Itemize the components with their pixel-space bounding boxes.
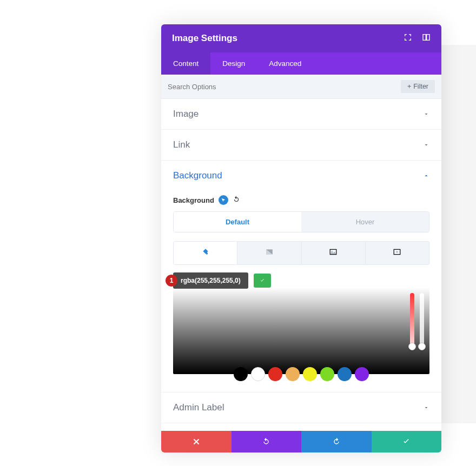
svg-rect-1	[427, 35, 429, 41]
expand-icon[interactable]	[404, 33, 412, 44]
alpha-slider-thumb[interactable]	[418, 343, 426, 350]
search-input[interactable]	[168, 83, 401, 91]
bg-type-gradient[interactable]	[237, 241, 301, 265]
svg-point-4	[332, 251, 333, 252]
cancel-button[interactable]	[161, 431, 232, 452]
modal-footer	[161, 431, 441, 452]
confirm-color-button[interactable]	[254, 274, 271, 288]
undo-icon	[262, 437, 270, 446]
section-admin-label-header[interactable]: Admin Label	[161, 392, 441, 423]
check-icon	[402, 437, 411, 446]
image-settings-modal: Image Settings Content Design Advanced +…	[161, 24, 441, 452]
save-button[interactable]	[372, 431, 442, 452]
tab-advanced[interactable]: Advanced	[257, 52, 313, 75]
modal-title: Image Settings	[172, 33, 404, 44]
hover-state-tabs: Default Hover	[173, 211, 429, 232]
paint-bucket-icon	[201, 248, 210, 256]
background-field-label-row: Background	[173, 195, 429, 205]
tab-design[interactable]: Design	[210, 52, 257, 75]
palette-swatch-orange[interactable]	[286, 367, 300, 381]
palette-swatch-yellow[interactable]	[303, 367, 317, 381]
palette-swatch-red[interactable]	[268, 367, 282, 381]
chevron-down-icon	[423, 111, 429, 117]
close-icon	[192, 437, 201, 446]
gradient-icon	[265, 248, 274, 256]
bg-type-video[interactable]	[366, 241, 429, 265]
section-admin-label: Admin Label	[161, 392, 441, 423]
section-link-header[interactable]: Link	[161, 130, 441, 160]
main-tabs: Content Design Advanced	[161, 52, 441, 75]
image-icon	[328, 248, 338, 256]
hue-slider[interactable]	[410, 293, 414, 347]
section-link: Link	[161, 130, 441, 161]
chevron-down-icon	[423, 142, 429, 148]
section-image-title: Image	[173, 109, 423, 119]
annotation-badge: 1	[166, 275, 177, 287]
background-field-label: Background	[173, 196, 214, 204]
palette-swatch-green[interactable]	[320, 367, 334, 381]
section-background-title: Background	[173, 170, 423, 181]
section-image-header[interactable]: Image	[161, 99, 441, 129]
chevron-up-icon	[423, 172, 429, 179]
color-value-input[interactable]: 1 rgba(255,255,255,0)	[173, 272, 248, 289]
bg-type-image[interactable]	[302, 241, 366, 265]
section-background: Background Background Default Hover	[161, 161, 441, 392]
color-saturation-area[interactable]	[173, 288, 429, 374]
redo-icon	[332, 437, 341, 446]
redo-button[interactable]	[301, 431, 372, 452]
snap-icon[interactable]	[422, 33, 431, 44]
palette-swatch-black[interactable]	[234, 367, 248, 381]
reset-icon[interactable]	[233, 196, 240, 205]
section-admin-label-title: Admin Label	[173, 402, 423, 413]
color-value-text: rgba(255,255,255,0)	[181, 277, 241, 284]
search-filter-row: + Filter	[161, 75, 441, 99]
filter-button[interactable]: + Filter	[401, 80, 435, 93]
background-type-tabs	[173, 241, 429, 265]
section-link-title: Link	[173, 139, 423, 150]
chevron-down-icon	[423, 404, 429, 411]
plus-icon: +	[407, 83, 411, 90]
video-icon	[392, 248, 402, 256]
undo-button[interactable]	[232, 431, 302, 452]
section-image: Image	[161, 99, 441, 130]
palette-swatch-blue[interactable]	[338, 367, 352, 381]
section-background-header[interactable]: Background	[161, 161, 441, 191]
check-icon	[259, 278, 266, 283]
svg-rect-0	[423, 35, 426, 41]
palette-swatch-white[interactable]	[251, 367, 265, 381]
hue-slider-thumb[interactable]	[408, 343, 416, 350]
bg-type-color[interactable]	[173, 241, 237, 265]
tab-content[interactable]: Content	[161, 52, 210, 75]
alpha-slider[interactable]	[420, 293, 424, 347]
filter-label: Filter	[413, 83, 428, 90]
modal-header: Image Settings	[161, 24, 441, 52]
hover-indicator-icon[interactable]	[219, 195, 228, 205]
state-tab-default[interactable]: Default	[174, 212, 301, 232]
state-tab-hover[interactable]: Hover	[301, 212, 429, 232]
color-palette-row	[173, 367, 429, 381]
palette-swatch-purple[interactable]	[355, 367, 369, 381]
